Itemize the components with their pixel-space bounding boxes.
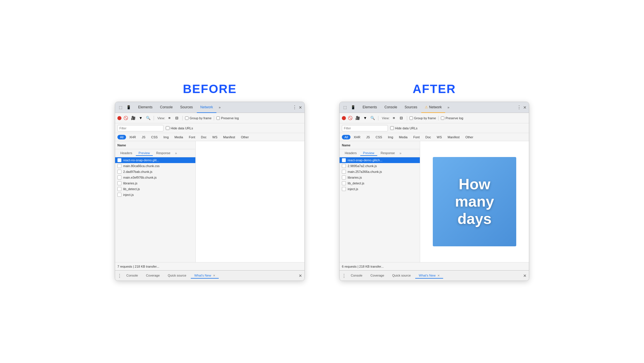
before-type-ws[interactable]: WS xyxy=(210,135,220,139)
after-view-list[interactable]: ≡ xyxy=(391,115,397,121)
after-device-icon[interactable]: 📱 xyxy=(350,104,356,111)
before-tab-headers[interactable]: Headers xyxy=(117,151,135,156)
after-drawer-whats-new-close[interactable]: ✕ xyxy=(437,274,440,277)
after-search-btn[interactable]: 🔍 xyxy=(369,115,376,121)
after-type-all[interactable]: All xyxy=(342,135,350,139)
before-group-by-frame-checkbox[interactable] xyxy=(185,116,188,120)
before-hide-data-urls-label[interactable]: Hide data URLs xyxy=(166,126,193,130)
before-view-list[interactable]: ≡ xyxy=(166,115,173,121)
after-camera-btn[interactable]: 🎥 xyxy=(355,115,361,121)
before-search-btn[interactable]: 🔍 xyxy=(145,115,151,121)
before-type-other[interactable]: Other xyxy=(238,135,251,139)
after-type-css[interactable]: CSS xyxy=(373,135,385,139)
after-type-js[interactable]: JS xyxy=(363,135,372,139)
after-stop-btn[interactable]: 🚫 xyxy=(347,115,353,121)
after-drawer-coverage[interactable]: Coverage xyxy=(367,273,388,279)
after-record-btn[interactable] xyxy=(342,116,346,120)
before-preserve-log-checkbox[interactable] xyxy=(216,116,220,120)
before-file-item-4[interactable]: libraries.js xyxy=(115,180,195,186)
before-tab-console[interactable]: Console xyxy=(157,102,176,113)
after-filter-icon[interactable]: ▼ xyxy=(362,115,368,121)
before-file-item-3[interactable]: main.e3ef976b.chunk.js xyxy=(115,175,195,180)
after-tab-elements[interactable]: Elements xyxy=(359,102,380,113)
before-tab-more[interactable]: » xyxy=(217,105,222,109)
after-drawer-close[interactable]: ✕ xyxy=(523,273,527,278)
before-type-doc[interactable]: Doc xyxy=(198,135,209,139)
after-drawer-menu[interactable]: ⋮ xyxy=(342,273,346,278)
after-type-other[interactable]: Other xyxy=(463,135,476,139)
after-type-img[interactable]: Img xyxy=(385,135,396,139)
before-file-item-0[interactable]: react-no-snap-demo.glit... xyxy=(115,157,195,163)
after-preserve-log-label[interactable]: Preserve log xyxy=(441,116,463,120)
after-type-font[interactable]: Font xyxy=(411,135,422,139)
before-file-item-5[interactable]: lib_detect.js xyxy=(115,186,195,192)
before-stop-btn[interactable]: 🚫 xyxy=(123,115,129,121)
after-file-item-5[interactable]: inject.js xyxy=(340,186,420,192)
before-type-manifest[interactable]: Manifest xyxy=(221,135,238,139)
after-inspect-icon[interactable]: ⬚ xyxy=(342,104,348,111)
before-group-by-frame-label[interactable]: Group by frame xyxy=(185,116,212,120)
after-type-doc[interactable]: Doc xyxy=(423,135,434,139)
before-filter-icon[interactable]: ▼ xyxy=(138,115,144,121)
before-drawer-whats-new-close[interactable]: ✕ xyxy=(213,274,215,277)
before-drawer-whats-new[interactable]: What's New ✕ xyxy=(191,273,218,279)
before-type-all[interactable]: All xyxy=(117,135,126,139)
before-hide-data-urls-checkbox[interactable] xyxy=(166,126,169,130)
before-file-item-2[interactable]: 2.dad97bab.chunk.js xyxy=(115,169,195,175)
before-tab-network[interactable]: Network xyxy=(197,102,216,113)
before-tab-sources[interactable]: Sources xyxy=(177,102,196,113)
after-file-item-1[interactable]: 2.9895a7a2.chunk.js xyxy=(340,163,420,169)
after-hide-data-urls-checkbox[interactable] xyxy=(390,126,394,130)
before-drawer-menu[interactable]: ⋮ xyxy=(117,273,122,278)
after-tab-headers[interactable]: Headers xyxy=(342,151,360,156)
before-type-font[interactable]: Font xyxy=(186,135,198,139)
after-type-xhr[interactable]: XHR xyxy=(351,135,363,139)
after-preserve-log-checkbox[interactable] xyxy=(441,116,444,120)
after-tab-console[interactable]: Console xyxy=(381,102,401,113)
after-type-ws[interactable]: WS xyxy=(434,135,445,139)
after-type-manifest[interactable]: Manifest xyxy=(445,135,462,139)
before-drawer-quick-source[interactable]: Quick source xyxy=(164,273,190,279)
before-drawer-coverage[interactable]: Coverage xyxy=(142,273,163,279)
before-type-js[interactable]: JS xyxy=(139,135,148,139)
after-drawer-quick-source[interactable]: Quick source xyxy=(389,273,414,279)
after-hide-data-urls-label[interactable]: Hide data URLs xyxy=(390,126,418,130)
after-group-by-frame-checkbox[interactable] xyxy=(409,116,413,120)
after-file-item-0[interactable]: react-snap-demo.glitch... xyxy=(340,157,420,163)
before-drawer-close[interactable]: ✕ xyxy=(299,273,302,278)
after-file-item-2[interactable]: main.257a366a.chunk.js xyxy=(340,169,420,175)
after-tab-network[interactable]: ⚠ Network xyxy=(421,102,445,113)
before-detail-more[interactable]: » xyxy=(175,151,177,155)
before-record-btn[interactable] xyxy=(117,116,121,120)
before-drawer-console[interactable]: Console xyxy=(123,273,141,279)
before-preserve-log-label[interactable]: Preserve log xyxy=(216,116,239,120)
after-view-grid[interactable]: ⊟ xyxy=(398,115,405,121)
before-type-xhr[interactable]: XHR xyxy=(127,135,138,139)
before-type-img[interactable]: Img xyxy=(161,135,171,139)
before-type-css[interactable]: CSS xyxy=(148,135,160,139)
after-drawer-console[interactable]: Console xyxy=(347,273,366,279)
after-tab-menu[interactable]: ⋮ xyxy=(516,105,523,110)
after-file-item-3[interactable]: libraries.js xyxy=(340,175,420,180)
before-tab-elements[interactable]: Elements xyxy=(135,102,156,113)
before-filter-input[interactable] xyxy=(117,125,163,131)
before-file-item-1[interactable]: main.80ca66ca.chunk.css xyxy=(115,163,195,169)
after-drawer-whats-new[interactable]: What's New ✕ xyxy=(415,273,443,279)
device-icon[interactable]: 📱 xyxy=(125,104,132,111)
before-camera-btn[interactable]: 🎥 xyxy=(130,115,136,121)
after-detail-more[interactable]: » xyxy=(399,151,401,155)
before-tab-response[interactable]: Response xyxy=(153,151,174,156)
before-file-item-6[interactable]: inject.js xyxy=(115,192,195,198)
before-tab-close[interactable]: ✕ xyxy=(299,105,302,110)
after-tab-more[interactable]: » xyxy=(446,105,451,109)
inspect-icon[interactable]: ⬚ xyxy=(117,104,124,111)
after-tab-preview[interactable]: Preview xyxy=(360,151,377,156)
before-tab-preview[interactable]: Preview xyxy=(136,151,153,156)
before-view-grid[interactable]: ⊟ xyxy=(174,115,180,121)
after-group-by-frame-label[interactable]: Group by frame xyxy=(409,116,436,120)
before-type-media[interactable]: Media xyxy=(172,135,186,139)
after-file-item-4[interactable]: lib_detect.js xyxy=(340,180,420,186)
after-tab-sources[interactable]: Sources xyxy=(401,102,421,113)
after-tab-response[interactable]: Response xyxy=(378,151,398,156)
after-tab-close[interactable]: ✕ xyxy=(523,105,527,110)
